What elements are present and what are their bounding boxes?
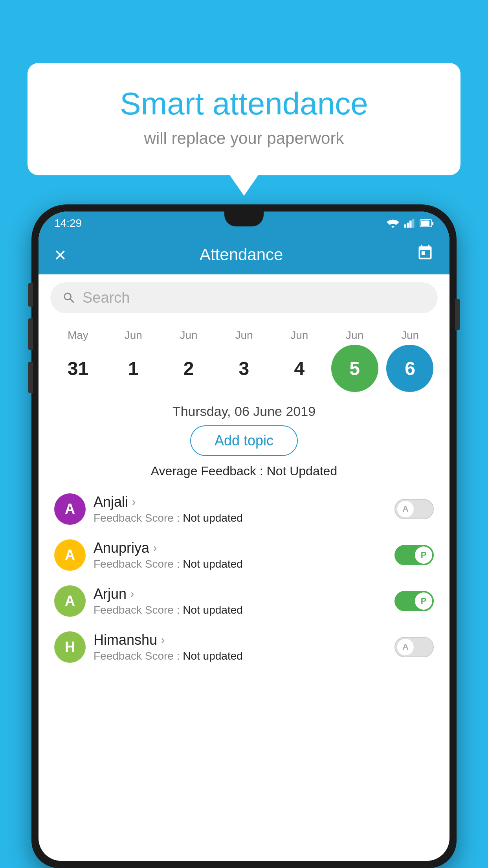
chevron-right-icon: › xyxy=(153,542,157,554)
attendance-toggle-arjun[interactable]: P xyxy=(394,591,434,611)
attendance-toggle-himanshu[interactable]: A xyxy=(394,637,434,657)
student-item: H Himanshu › Feedback Score : Not update… xyxy=(46,624,442,670)
bubble-subtitle: will replace your paperwork xyxy=(59,129,429,148)
month-jun5: Jun xyxy=(331,329,378,342)
student-feedback-himanshu: Feedback Score : Not updated xyxy=(94,650,387,662)
signal-icon xyxy=(404,219,415,228)
month-may: May xyxy=(54,329,101,342)
date-3[interactable]: 3 xyxy=(220,345,268,392)
date-6-selected[interactable]: 6 xyxy=(386,345,433,392)
volume-up-button xyxy=(28,283,33,307)
app-bar: × Attendance xyxy=(39,235,449,274)
toggle-anupriya[interactable]: P xyxy=(394,545,434,565)
student-info-anjali: Anjali › Feedback Score : Not updated xyxy=(94,494,387,524)
student-name-anjali[interactable]: Anjali › xyxy=(94,494,387,510)
toggle-knob-anupriya: P xyxy=(415,546,432,564)
month-jun3: Jun xyxy=(220,329,268,342)
date-5-today[interactable]: 5 xyxy=(331,345,378,392)
student-info-himanshu: Himanshu › Feedback Score : Not updated xyxy=(94,632,387,662)
calendar-icon[interactable] xyxy=(416,244,434,265)
avg-feedback-value: Not Updated xyxy=(267,464,338,478)
month-jun2: Jun xyxy=(165,329,212,342)
svg-rect-6 xyxy=(421,221,429,226)
date-4[interactable]: 4 xyxy=(276,345,323,392)
student-list: A Anjali › Feedback Score : Not updated … xyxy=(39,486,449,670)
battery-icon xyxy=(420,219,434,228)
toggle-arjun[interactable]: P xyxy=(394,591,434,611)
student-item: A Anupriya › Feedback Score : Not update… xyxy=(46,532,442,578)
selected-date-info: Thursday, 06 June 2019 xyxy=(39,400,449,425)
avatar-arjun: A xyxy=(54,585,86,617)
chevron-right-icon: › xyxy=(132,496,136,508)
student-item: A Arjun › Feedback Score : Not updated P xyxy=(46,578,442,624)
date-31[interactable]: 31 xyxy=(54,345,101,392)
date-row: 31 1 2 3 4 5 6 xyxy=(50,345,438,392)
avatar-anupriya: A xyxy=(54,539,86,571)
avatar-anjali: A xyxy=(54,493,86,525)
student-info-arjun: Arjun › Feedback Score : Not updated xyxy=(94,586,387,616)
svg-rect-0 xyxy=(404,224,406,228)
toggle-knob-arjun: P xyxy=(415,592,432,610)
phone-screen: 14:29 xyxy=(39,211,449,861)
volume-down-button xyxy=(28,318,33,350)
student-info-anupriya: Anupriya › Feedback Score : Not updated xyxy=(94,540,387,570)
student-name-himanshu[interactable]: Himanshu › xyxy=(94,632,387,648)
month-row: May Jun Jun Jun Jun Jun Jun xyxy=(50,329,438,342)
toggle-knob-himanshu: A xyxy=(397,638,414,656)
search-icon xyxy=(62,291,76,305)
month-jun4: Jun xyxy=(276,329,323,342)
attendance-toggle-anjali[interactable]: A xyxy=(394,499,434,519)
date-2[interactable]: 2 xyxy=(165,345,212,392)
month-jun6: Jun xyxy=(386,329,433,342)
phone-frame: 14:29 xyxy=(31,204,457,868)
bubble-title: Smart attendance xyxy=(59,86,429,121)
status-icons xyxy=(387,219,434,228)
avg-feedback: Average Feedback : Not Updated xyxy=(39,464,449,478)
svg-rect-2 xyxy=(409,221,412,228)
student-feedback-anjali: Feedback Score : Not updated xyxy=(94,512,387,524)
student-item: A Anjali › Feedback Score : Not updated … xyxy=(46,486,442,532)
status-bar: 14:29 xyxy=(39,211,449,235)
notch xyxy=(224,211,264,226)
student-name-arjun[interactable]: Arjun › xyxy=(94,586,387,602)
app-bar-title: Attendance xyxy=(200,245,283,264)
calendar: May Jun Jun Jun Jun Jun Jun 31 1 2 3 4 5… xyxy=(39,321,449,392)
avg-feedback-label: Average Feedback : xyxy=(151,464,267,478)
toggle-himanshu[interactable]: A xyxy=(394,637,434,657)
student-feedback-anupriya: Feedback Score : Not updated xyxy=(94,558,387,570)
svg-rect-5 xyxy=(432,222,433,225)
svg-rect-3 xyxy=(412,219,415,228)
search-placeholder: Search xyxy=(83,289,130,306)
chevron-right-icon: › xyxy=(161,634,165,646)
wifi-icon xyxy=(387,219,399,228)
search-bar[interactable]: Search xyxy=(50,282,438,313)
toggle-knob-anjali: A xyxy=(397,500,414,518)
silent-button xyxy=(28,362,33,393)
attendance-toggle-anupriya[interactable]: P xyxy=(394,545,434,565)
status-time: 14:29 xyxy=(54,217,82,230)
toggle-anjali[interactable]: A xyxy=(394,499,434,519)
close-button[interactable]: × xyxy=(54,243,66,267)
speech-bubble: Smart attendance will replace your paper… xyxy=(28,63,460,175)
student-feedback-arjun: Feedback Score : Not updated xyxy=(94,604,387,616)
avatar-himanshu: H xyxy=(54,631,86,663)
power-button xyxy=(455,299,460,330)
month-jun1: Jun xyxy=(110,329,157,342)
date-1[interactable]: 1 xyxy=(110,345,157,392)
student-name-anupriya[interactable]: Anupriya › xyxy=(94,540,387,556)
chevron-right-icon: › xyxy=(130,588,134,600)
svg-rect-1 xyxy=(407,223,409,228)
speech-bubble-container: Smart attendance will replace your paper… xyxy=(28,63,460,175)
add-topic-button[interactable]: Add topic xyxy=(190,425,298,456)
